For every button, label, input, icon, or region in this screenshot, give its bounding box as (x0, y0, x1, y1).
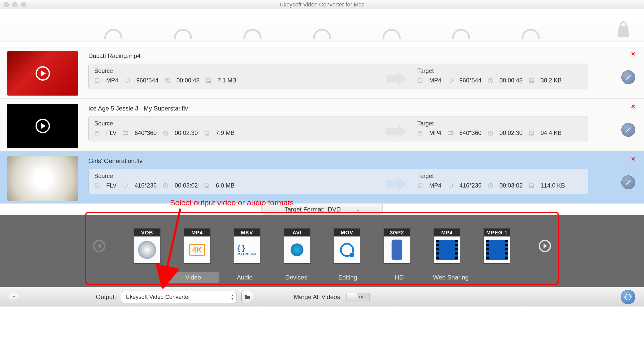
add-small-button[interactable]: + (9, 293, 19, 301)
convert-arrow-icon (386, 179, 410, 189)
target-size: 30.2 KB (541, 77, 562, 84)
video-row[interactable]: Ice Age 5 Jessie J - My Superstar.flv So… (0, 99, 644, 151)
duration-icon (165, 78, 170, 83)
format-scroll-right[interactable] (539, 240, 551, 252)
play-icon[interactable] (36, 171, 50, 186)
remove-row-button[interactable]: × (631, 155, 635, 163)
main-toolbar (0, 9, 644, 41)
source-resolution: 416*236 (134, 182, 157, 189)
merge-toggle[interactable]: OFF (346, 293, 370, 301)
format-icon: 4K (184, 236, 210, 263)
format-tile-mpeg-1[interactable]: MPEG-1 (484, 228, 510, 264)
merge-label: Merge All Videos: (294, 293, 342, 301)
format-icon (417, 130, 423, 136)
source-format: FLV (106, 130, 116, 137)
format-tab-editing[interactable]: Editing (322, 272, 374, 283)
video-thumbnail[interactable] (7, 104, 78, 148)
format-icon (94, 130, 100, 136)
source-label: Source (94, 120, 379, 127)
format-icon (94, 183, 100, 189)
target-duration: 00:00:48 (499, 77, 523, 84)
target-format: MP4 (429, 77, 441, 84)
video-info-panel: Source FLV 640*360 00:02:30 7.9 MB Targe… (88, 116, 588, 141)
duration-icon (163, 183, 168, 189)
format-icon (484, 236, 510, 263)
window-titlebar: Ukeysoft Video Converter for Mac (0, 0, 644, 9)
svg-rect-9 (450, 82, 451, 83)
source-duration: 00:00:48 (176, 77, 200, 84)
edit-row-button[interactable] (621, 123, 635, 137)
remove-row-button[interactable]: × (631, 50, 635, 58)
source-label: Source (94, 173, 379, 180)
format-tab-devices[interactable]: Devices (270, 272, 322, 283)
svg-rect-27 (125, 187, 126, 188)
svg-rect-23 (530, 134, 533, 135)
svg-rect-5 (207, 81, 210, 83)
svg-rect-30 (418, 184, 422, 188)
format-tab-web-sharing[interactable]: Web Sharing (425, 272, 477, 283)
edit-row-button[interactable] (621, 175, 635, 189)
format-icon (417, 183, 423, 189)
format-tile-3gp2[interactable]: 3GP2 (384, 228, 410, 264)
edit-row-button[interactable] (621, 70, 635, 84)
output-path-select[interactable]: Ukeysoft Video Converter ▲▼ (121, 291, 237, 303)
video-thumbnail[interactable] (7, 51, 78, 96)
format-code: AVI (284, 229, 310, 236)
output-label: Output: (96, 293, 116, 301)
video-filename: Girls' Generation.flv (88, 157, 637, 165)
play-icon[interactable] (36, 119, 50, 133)
svg-rect-29 (206, 186, 208, 188)
shop-icon[interactable] (616, 21, 631, 39)
format-icon (334, 236, 360, 263)
format-tile-mp4[interactable]: MP4 4K (184, 228, 210, 264)
format-tile-mp4[interactable]: MP4 (434, 228, 460, 264)
format-tile-avi[interactable]: AVI (284, 228, 310, 264)
format-tile-mov[interactable]: MOV (334, 228, 360, 264)
video-row[interactable]: Ducati Racing.mp4 Source MP4 960*544 00:… (0, 46, 644, 99)
duration-icon (488, 78, 493, 83)
target-duration: 00:03:02 (499, 182, 523, 189)
svg-rect-18 (418, 131, 422, 135)
format-tab-hd[interactable]: HD (374, 272, 425, 283)
size-icon (529, 130, 535, 136)
svg-rect-7 (419, 80, 421, 80)
svg-rect-13 (96, 132, 98, 133)
duration-icon (488, 183, 493, 189)
svg-rect-12 (95, 131, 99, 135)
remove-row-button[interactable]: × (631, 102, 635, 111)
select-stepper-icon: ▲▼ (231, 293, 234, 301)
resolution-icon (123, 130, 128, 136)
format-tab-video[interactable]: Video (167, 272, 219, 283)
convert-all-button[interactable] (621, 290, 635, 304)
format-code: 3GP2 (384, 229, 410, 236)
open-output-folder-button[interactable] (241, 291, 253, 303)
format-tile-vob[interactable]: VOB (134, 228, 160, 264)
format-tab-audio[interactable]: Audio (219, 272, 270, 283)
format-code: MPEG-1 (484, 229, 510, 236)
svg-rect-17 (206, 134, 208, 135)
svg-rect-32 (448, 184, 453, 187)
format-scroll-left[interactable] (93, 240, 105, 252)
chevron-down-icon: ⌵ (356, 206, 360, 213)
format-icon: { }MATROSKA (234, 236, 260, 263)
divider (0, 41, 644, 46)
source-size: 7.9 MB (216, 130, 235, 137)
video-row[interactable]: Girls' Generation.flv Source FLV 416*236… (0, 151, 644, 204)
svg-rect-20 (448, 131, 453, 134)
target-label: Target (417, 120, 582, 127)
source-size: 7.1 MB (218, 77, 236, 84)
format-icon (417, 78, 423, 83)
target-size: 94.4 KB (541, 130, 562, 137)
toggle-state: OFF (359, 295, 367, 299)
size-icon (204, 183, 210, 189)
play-icon[interactable] (36, 66, 50, 81)
source-format: MP4 (106, 77, 118, 84)
size-icon (529, 78, 535, 83)
format-tile-mkv[interactable]: MKV { }MATROSKA (234, 228, 260, 264)
target-label: Target (417, 67, 582, 74)
size-icon (204, 130, 210, 136)
svg-rect-15 (125, 135, 126, 135)
svg-rect-1 (96, 80, 98, 80)
video-thumbnail[interactable] (7, 156, 78, 201)
resolution-icon (447, 130, 453, 136)
